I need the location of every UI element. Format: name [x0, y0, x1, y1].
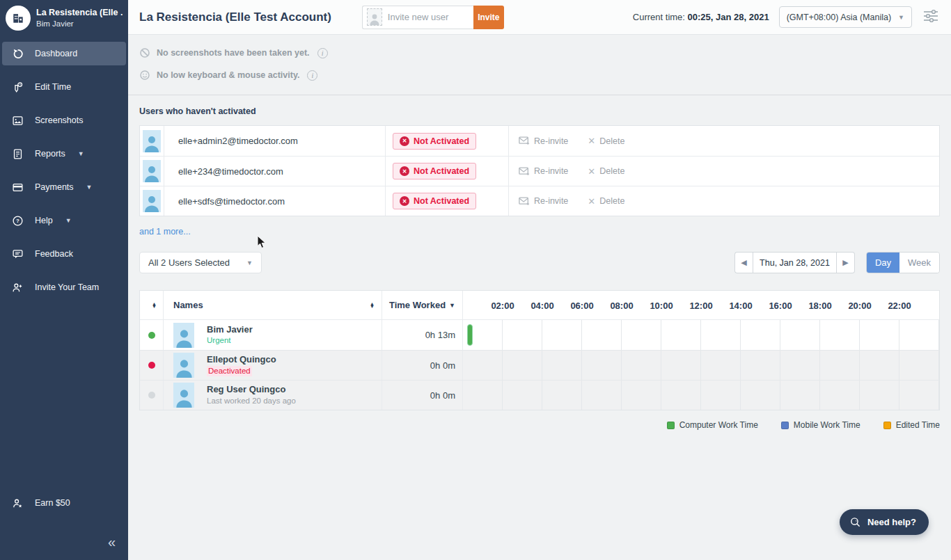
mobile-work-swatch: [781, 422, 789, 429]
reinvite-button[interactable]: Re-invite: [519, 136, 568, 146]
timezone-select[interactable]: (GMT+08:00) Asia (Manila) ▼: [779, 6, 912, 28]
legend-item: Mobile Work Time: [781, 420, 860, 430]
pending-users-title: Users who haven't activated: [139, 106, 940, 116]
show-more-users-link[interactable]: and 1 more...: [139, 227, 191, 237]
hour-tick: 02:00: [491, 300, 514, 310]
x-icon: ✕: [588, 136, 595, 146]
day-tab[interactable]: Day: [867, 253, 899, 273]
info-icon[interactable]: i: [317, 48, 328, 58]
search-icon: [849, 516, 861, 528]
sidebar-collapse-button[interactable]: «: [0, 525, 128, 554]
computer-work-swatch: [667, 422, 675, 429]
sidebar-item-feedback[interactable]: Feedback: [2, 242, 126, 266]
sidebar-item-label: Help: [35, 216, 53, 225]
person-name[interactable]: Bim Javier: [207, 324, 253, 336]
names-header-label: Names: [173, 300, 203, 310]
timeline-track: [463, 381, 939, 410]
computer-work-bar[interactable]: [467, 324, 473, 346]
invite-button[interactable]: Invite: [473, 6, 504, 29]
week-tab[interactable]: Week: [899, 253, 939, 273]
dashboard-content: No screenshots have been taken yet. i No…: [128, 35, 951, 560]
x-icon: ✕: [588, 166, 595, 177]
earn-referral-icon: [11, 497, 24, 509]
envelope-plus-icon: [519, 167, 530, 176]
date-navigation: ◀ Thu, Jan 28, 2021 ▶: [734, 252, 855, 273]
person-name[interactable]: Reg User Quingco: [207, 384, 296, 396]
invite-email-input[interactable]: [388, 12, 464, 22]
prev-day-button[interactable]: ◀: [734, 252, 753, 273]
next-day-button[interactable]: ▶: [837, 252, 855, 273]
table-row: elle+admin2@timedoctor.com ✕Not Activate…: [140, 126, 939, 156]
chevron-down-icon: ▼: [86, 184, 93, 191]
time-worked-value: 0h 13m: [425, 330, 455, 340]
sidebar-item-help[interactable]: ? Help ▼: [2, 209, 126, 232]
avatar: [143, 160, 161, 182]
hour-tick: 20:00: [848, 300, 871, 310]
sidebar-item-invite-your-team[interactable]: Invite Your Team: [2, 275, 126, 299]
users-filter-select[interactable]: All 2 Users Selected ▼: [139, 252, 262, 273]
company-name: La Resistencia (Elle ...: [36, 8, 123, 17]
sidebar-item-edit-time[interactable]: Edit Time: [2, 75, 126, 99]
time-worked-value: 0h 0m: [430, 390, 455, 401]
hour-tick: 08:00: [610, 300, 633, 310]
status-sort-header[interactable]: ▲▼: [140, 291, 164, 319]
app-window: La Resistencia (Elle ...▼ Bim Javier Das…: [0, 0, 951, 560]
chevron-down-icon: ▼: [898, 14, 904, 21]
time-worked-value: 0h 0m: [430, 360, 455, 371]
status-badge: ✕Not Activated: [393, 133, 476, 150]
status-dot: [148, 362, 155, 369]
time-worked-column-header[interactable]: Time Worked ▼: [382, 291, 463, 319]
person-status: Deactivated: [207, 366, 252, 376]
need-help-label: Need help?: [867, 517, 916, 527]
avatar: [173, 323, 194, 348]
pending-user-email: elle+admin2@timedoctor.com: [164, 126, 386, 156]
reports-icon: [11, 147, 24, 160]
sidebar-item-label: Earn $50: [35, 498, 70, 508]
sidebar-item-label: Dashboard: [35, 49, 77, 58]
reinvite-button[interactable]: Re-invite: [519, 196, 568, 206]
reinvite-button[interactable]: Re-invite: [519, 166, 568, 176]
sidebar-item-label: Edit Time: [35, 82, 71, 92]
chevrons-left-icon: «: [108, 534, 116, 550]
display-settings-icon[interactable]: [922, 8, 940, 26]
sidebar-item-reports[interactable]: Reports ▼: [2, 142, 126, 166]
account-switcher[interactable]: La Resistencia (Elle ...▼ Bim Javier: [0, 0, 128, 38]
sidebar-item-label: Feedback: [35, 249, 73, 259]
sidebar-item-screenshots[interactable]: Screenshots: [2, 109, 126, 132]
table-row: elle+sdfs@timedoctor.com ✕Not Activated …: [140, 186, 939, 216]
sidebar-item-label: Reports: [35, 149, 65, 159]
sidebar-item-label: Screenshots: [35, 115, 83, 125]
x-circle-icon: ✕: [400, 136, 409, 146]
pending-user-email: elle+234@timedoctor.com: [164, 157, 386, 186]
current-time: Current time: 00:25, Jan 28, 2021: [633, 12, 769, 22]
worktime-row: Reg User Quingco Last worked 20 days ago…: [140, 380, 939, 410]
need-help-button[interactable]: Need help?: [840, 509, 929, 535]
hour-tick: 22:00: [888, 300, 911, 310]
notice-no-screenshots: No screenshots have been taken yet. i: [139, 42, 940, 64]
sidebar-item-label: Invite Your Team: [35, 282, 99, 292]
time-worked-header-label: Time Worked: [389, 300, 446, 310]
notices: No screenshots have been taken yet. i No…: [128, 35, 951, 95]
sidebar-item-dashboard[interactable]: Dashboard: [2, 42, 126, 65]
worktime-row: Ellepot Quingco Deactivated 0h 0m: [140, 350, 939, 380]
delete-button[interactable]: ✕Delete: [588, 166, 624, 177]
hour-tick: 12:00: [689, 300, 712, 310]
sidebar-item-earn[interactable]: Earn $50: [2, 491, 126, 515]
current-time-value: 00:25, Jan 28, 2021: [688, 12, 769, 22]
status-dot: [148, 332, 155, 339]
info-icon[interactable]: i: [307, 70, 317, 81]
sort-desc-icon: ▼: [449, 302, 455, 309]
date-picker[interactable]: Thu, Jan 28, 2021: [753, 252, 837, 273]
worktime-table-header: ▲▼ Names ▲▼ Time Worked ▼: [140, 291, 939, 320]
screenshots-icon: [11, 114, 24, 127]
delete-button[interactable]: ✕Delete: [588, 196, 624, 207]
sidebar-item-payments[interactable]: Payments ▼: [2, 175, 126, 199]
person-name[interactable]: Ellepot Quingco: [207, 354, 276, 366]
hour-tick: 16:00: [769, 300, 792, 310]
chevron-left-icon: ◀: [741, 258, 746, 267]
edit-time-icon: [11, 81, 24, 93]
names-column-header[interactable]: Names ▲▼: [164, 291, 382, 319]
day-week-toggle: Day Week: [866, 252, 940, 273]
hour-tick: 14:00: [729, 300, 752, 310]
delete-button[interactable]: ✕Delete: [588, 136, 624, 146]
